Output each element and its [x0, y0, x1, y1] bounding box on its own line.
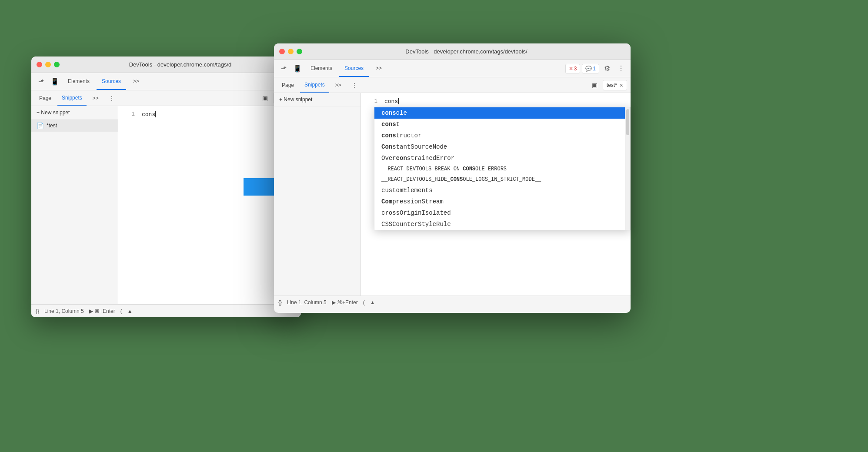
fg-sub-more[interactable]: >> — [331, 77, 346, 93]
fg-status-paren: ( — [363, 299, 365, 306]
bg-close-button[interactable] — [37, 62, 42, 67]
fg-editor-tab-name: test* — [607, 82, 617, 88]
bg-line-number: 1 — [122, 111, 135, 117]
autocomplete-rest-t: t — [396, 121, 400, 128]
fg-status-up: ▲ — [370, 299, 375, 306]
fg-window-title: DevTools - developer.chrome.com/tags/dev… — [307, 48, 625, 55]
autocomplete-scrollbar-thumb — [626, 109, 629, 135]
bg-tab-elements[interactable]: Elements — [63, 73, 95, 90]
bg-panel-icon[interactable]: ▣ — [259, 92, 271, 104]
fg-error-count: 3 — [574, 66, 577, 72]
fg-error-x-icon: ✕ — [569, 66, 573, 72]
fg-tab-page[interactable]: Page — [277, 77, 298, 93]
bg-snippet-name: *test — [47, 123, 57, 129]
autocomplete-item-constructor[interactable]: constructor — [374, 130, 630, 141]
fg-editor-tab-close[interactable]: × — [620, 82, 623, 89]
bg-status-bar: {} Line 1, Column 5 ▶ ⌘+Enter ( ▲ — [31, 304, 301, 317]
fg-sub-toolbar: Page Snippets >> ⋮ ▣ test* × — [274, 77, 631, 93]
fg-settings-icon[interactable]: ⚙ — [601, 63, 613, 75]
bg-title-bar: DevTools - developer.chrome.com/tags/d — [31, 56, 301, 73]
bg-sub-more[interactable]: >> — [88, 90, 103, 106]
autocomplete-item-const[interactable]: const — [374, 119, 630, 130]
bg-snippet-item[interactable]: 📄 *test — [31, 120, 118, 132]
fg-error-badge[interactable]: ✕ 3 — [565, 64, 581, 73]
autocomplete-rest-ole: ole — [396, 110, 407, 116]
autocomplete-bold-cons: cons — [381, 110, 396, 116]
autocomplete-bold-cons6: CONS — [463, 166, 475, 172]
fg-maximize-button[interactable] — [297, 49, 302, 54]
bg-sub-toolbar: Page Snippets >> ⋮ ▣ test* × — [31, 90, 301, 106]
autocomplete-rest-tructor: tructor — [396, 132, 422, 139]
bg-tab-more[interactable]: >> — [128, 73, 144, 90]
bg-cursor-icon[interactable]: ⬏ — [35, 76, 47, 88]
fg-message-count: 1 — [593, 66, 596, 72]
bg-status-run[interactable]: ▶ ⌘+Enter — [89, 308, 115, 314]
autocomplete-item-compressionstream[interactable]: CompressionStream — [374, 196, 630, 207]
fg-code-line: 1 cons — [361, 96, 631, 106]
fg-panel-icon[interactable]: ▣ — [589, 79, 601, 91]
bg-maximize-button[interactable] — [54, 62, 60, 67]
bg-left-panel: + New snippet 📄 *test — [31, 106, 118, 317]
fg-message-badge[interactable]: 💬 1 — [582, 64, 599, 73]
bg-main-area: + New snippet 📄 *test 1 cons const — [31, 106, 301, 317]
fg-toolbar: ⬏ 📱 Elements Sources >> ✕ 3 💬 1 ⚙ ⋮ — [274, 60, 631, 77]
bg-snippet-icon: 📄 — [37, 122, 44, 129]
fg-tab-snippets[interactable]: Snippets — [300, 77, 329, 93]
bg-window-title: DevTools - developer.chrome.com/tags/d — [65, 61, 296, 68]
autocomplete-bold-com: Com — [381, 198, 392, 205]
fg-new-snippet-btn[interactable]: + New snippet — [274, 93, 361, 106]
autocomplete-scrollbar[interactable] — [625, 107, 630, 230]
fg-device-icon[interactable]: 📱 — [291, 63, 304, 75]
bg-new-snippet-btn[interactable]: + New snippet — [31, 106, 118, 120]
fg-code-text: cons — [384, 98, 399, 105]
autocomplete-dropdown: console const constructor ConstantSource… — [374, 107, 631, 230]
bg-traffic-lights — [37, 62, 60, 67]
fg-message-icon: 💬 — [585, 66, 592, 72]
fg-main-area: + New snippet 1 cons conso — [274, 93, 631, 296]
fg-status-run[interactable]: ▶ ⌘+Enter — [332, 299, 358, 306]
bg-toolbar: ⬏ 📱 Elements Sources >> — [31, 73, 301, 90]
fg-title-bar: DevTools - developer.chrome.com/tags/dev… — [274, 43, 631, 60]
bg-code-text: cons — [142, 111, 156, 118]
autocomplete-item-overconstrainederror[interactable]: OverconstrainedError — [374, 153, 630, 164]
bg-tab-snippets[interactable]: Snippets — [57, 90, 87, 106]
fg-tab-elements[interactable]: Elements — [305, 60, 337, 77]
autocomplete-item-csscounterstyle[interactable]: CSSCounterStyleRule — [374, 219, 630, 230]
fg-line-number: 1 — [364, 98, 377, 104]
fg-status-braces: {} — [278, 299, 282, 306]
fg-cursor — [398, 98, 399, 104]
autocomplete-rest-stantSourceNode: stantSourceNode — [392, 143, 447, 150]
bg-right-panel: 1 cons const — [118, 106, 301, 317]
autocomplete-item-constantsourcenode[interactable]: ConstantSourceNode — [374, 141, 630, 153]
bg-status-linecol: Line 1, Column 5 — [44, 308, 84, 314]
autocomplete-bold-con4: Con — [381, 143, 392, 150]
fg-left-panel: + New snippet — [274, 93, 361, 296]
fg-minimize-button[interactable] — [288, 49, 294, 54]
bg-tab-sources[interactable]: Sources — [97, 73, 126, 90]
fg-status-bar: {} Line 1, Column 5 ▶ ⌘+Enter ( ▲ — [274, 296, 631, 309]
fg-cursor-icon[interactable]: ⬏ — [277, 63, 290, 75]
fg-more-icon[interactable]: ⋮ — [615, 63, 627, 75]
bg-cursor — [155, 111, 156, 117]
autocomplete-item-console[interactable]: console — [374, 107, 630, 119]
autocomplete-item-react-hide[interactable]: __REACT_DEVTOOLS_HIDE_CONSOLE_LOGS_IN_ST… — [374, 174, 630, 185]
fg-status-linecol: Line 1, Column 5 — [287, 299, 327, 306]
fg-tab-more[interactable]: >> — [371, 60, 387, 77]
autocomplete-item-crossoriginisolated[interactable]: crossOriginIsolated — [374, 207, 630, 219]
fg-tab-sources[interactable]: Sources — [339, 60, 369, 77]
fg-devtools-window: DevTools - developer.chrome.com/tags/dev… — [274, 43, 631, 313]
autocomplete-bold-cons7: CONS — [450, 176, 463, 183]
fg-editor-tab[interactable]: test* × — [603, 80, 627, 90]
bg-tab-page[interactable]: Page — [35, 90, 56, 106]
bg-device-icon[interactable]: 📱 — [49, 76, 61, 88]
bg-sub-menu[interactable]: ⋮ — [105, 90, 119, 106]
bg-status-paren: ( — [120, 308, 122, 314]
fg-close-button[interactable] — [279, 49, 285, 54]
bg-minimize-button[interactable] — [45, 62, 51, 67]
autocomplete-item-customelements[interactable]: customElements — [374, 185, 630, 196]
autocomplete-bold-cons2: cons — [381, 121, 396, 128]
bg-code-line: 1 cons — [118, 110, 301, 119]
fg-sub-menu[interactable]: ⋮ — [347, 77, 361, 93]
fg-traffic-lights — [279, 49, 302, 54]
autocomplete-item-react-break[interactable]: __REACT_DEVTOOLS_BREAK_ON_CONSOLE_ERRORS… — [374, 164, 630, 174]
